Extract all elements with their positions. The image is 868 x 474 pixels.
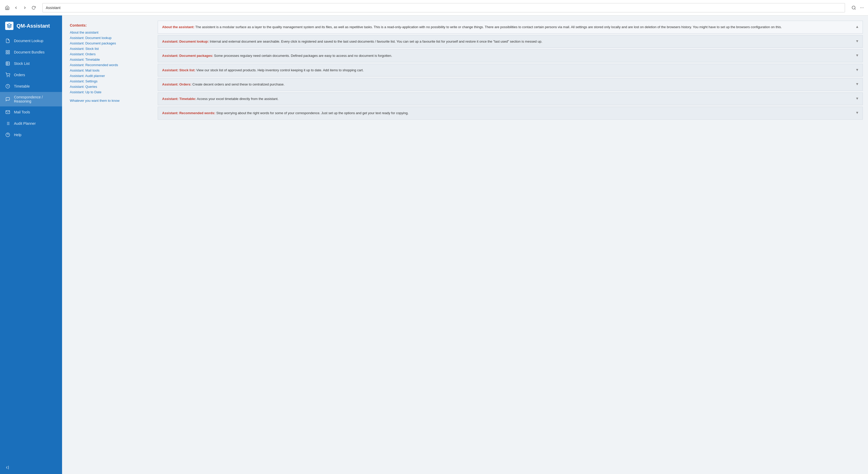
refresh-icon[interactable] [31, 5, 37, 11]
accordion-text-doc-packages: Some processes regulary need certain doc… [213, 54, 392, 58]
toc-link-timetable[interactable]: Assistant: Timetable [70, 58, 147, 62]
sidebar-item-label: Document Lookup [14, 39, 43, 43]
accordion-header-timetable[interactable]: Assistant: Timetable: Access your excel … [158, 93, 863, 105]
accordion-chevron-orders: ▼ [855, 82, 859, 86]
accordion-text-stock-list: View our stock list of approved products… [195, 68, 364, 72]
cart-icon [5, 72, 10, 77]
accordion-chevron-rec-words: ▼ [855, 110, 859, 115]
toc-link-doc-packages[interactable]: Assistant: Document packages [70, 41, 147, 45]
sidebar-item-correspondence[interactable]: Correspondence / Reasoning [0, 92, 62, 106]
sidebar-item-audit-planner[interactable]: Audit Planner [0, 118, 62, 129]
accordion-about: About the assistant: The assistent is a … [158, 21, 863, 34]
chat-icon [5, 97, 10, 102]
accordion-text-rec-words: Stop worrying about the right words for … [215, 111, 408, 115]
accordion-header-about[interactable]: About the assistant: The assistent is a … [158, 21, 863, 33]
sidebar-collapse-button[interactable] [0, 461, 62, 474]
accordion-label-orders: Assistant: Orders: [162, 82, 191, 86]
accordion-body-stock-list: Assistant: Stock list: View our stock li… [162, 68, 859, 73]
accordion-text-orders: Create decent orders and send these to c… [191, 82, 284, 86]
svg-point-0 [852, 6, 855, 9]
svg-rect-7 [6, 62, 9, 65]
main-layout: QM-Assistant Document Lookup Document Bu… [0, 15, 868, 474]
svg-point-11 [7, 76, 7, 77]
toc-link-mail-tools[interactable]: Assistant: Mail tools [70, 68, 147, 72]
accordion-chevron-stock-list: ▼ [855, 68, 859, 72]
toc-link-rec-words[interactable]: Assistant: Recommended words [70, 63, 147, 67]
toc-link-orders[interactable]: Assistant: Orders [70, 52, 147, 56]
more-options-icon[interactable]: ··· [860, 5, 864, 10]
home-icon[interactable] [4, 5, 10, 11]
accordion-orders: Assistant: Orders: Create decent orders … [158, 78, 863, 91]
nav-icons [4, 5, 37, 11]
list-icon [5, 121, 10, 126]
accordion-rec-words: Assistant: Recommended words: Stop worry… [158, 107, 863, 120]
accordion-header-doc-packages[interactable]: Assistant: Document packages: Some proce… [158, 49, 863, 62]
sidebar-item-label: Audit Planner [14, 122, 36, 126]
toc-link-audit-planner[interactable]: Assistant: Audit planner [70, 74, 147, 78]
app-logo [5, 22, 13, 30]
sidebar-item-label: Help [14, 133, 22, 137]
accordion-label-about: About the assistant: [162, 25, 194, 29]
title-bar: Assistant ··· [0, 0, 868, 15]
accordion-body-orders: Assistant: Orders: Create decent orders … [162, 82, 859, 87]
accordion-text-doc-lookup: Internal and external document are searc… [209, 39, 542, 43]
accordion-label-stock-list: Assistant: Stock list: [162, 68, 195, 72]
toc-link-queries[interactable]: Assistant: Queries [70, 85, 147, 89]
sidebar-item-document-lookup[interactable]: Document Lookup [0, 35, 62, 46]
back-icon[interactable] [13, 5, 19, 11]
accordion-stock-list: Assistant: Stock list: View our stock li… [158, 64, 863, 77]
accordion-doc-packages: Assistant: Document packages: Some proce… [158, 49, 863, 62]
app-title: QM-Assistant [17, 23, 50, 29]
accordion-label-rec-words: Assistant: Recommended words: [162, 111, 215, 115]
toc-link-doc-lookup[interactable]: Assistant: Document lookup [70, 36, 147, 40]
accordion-body-rec-words: Assistant: Recommended words: Stop worry… [162, 110, 859, 116]
svg-rect-5 [6, 53, 7, 54]
accordion-text-timetable: Access your excel timetable directly fro… [196, 97, 278, 101]
accordion-body-doc-packages: Assistant: Document packages: Some proce… [162, 53, 859, 58]
toc-link-up-to-date[interactable]: Assistant: Up to Date [70, 90, 147, 94]
clock-icon [5, 84, 10, 89]
sidebar-item-label: Document Bundles [14, 50, 44, 54]
svg-line-1 [855, 8, 855, 9]
search-icon[interactable] [851, 5, 857, 11]
accordion-chevron-timetable: ▼ [855, 96, 859, 100]
document-icon [5, 38, 10, 43]
forward-icon[interactable] [22, 5, 28, 11]
accordion-chevron-doc-lookup: ▼ [855, 39, 859, 43]
toc-section-label[interactable]: Whatever you want them to know [70, 99, 147, 103]
svg-point-20 [6, 133, 10, 137]
address-text: Assistant [46, 6, 61, 10]
svg-point-12 [9, 76, 9, 77]
accordion-chevron-doc-packages: ▼ [855, 53, 859, 57]
address-bar[interactable]: Assistant [42, 3, 845, 12]
accordion-timetable: Assistant: Timetable: Access your excel … [158, 93, 863, 105]
sidebar-item-label: Stock List [14, 62, 30, 66]
accordion-body-timetable: Assistant: Timetable: Access your excel … [162, 96, 859, 102]
toc-panel: Contents: About the assistant Assistant:… [62, 15, 155, 474]
accordion-header-doc-lookup[interactable]: Assistant: Document lookup: Internal and… [158, 35, 863, 48]
bundle-icon [5, 49, 10, 55]
toc-link-stock-list[interactable]: Assistant: Stock list [70, 47, 147, 50]
sidebar: QM-Assistant Document Lookup Document Bu… [0, 15, 62, 474]
sidebar-item-stock-list[interactable]: Stock List [0, 58, 62, 69]
svg-rect-4 [8, 50, 9, 52]
accordion-label-doc-lookup: Assistant: Document lookup: [162, 39, 209, 43]
sidebar-item-help[interactable]: Help [0, 129, 62, 140]
accordion-text-about: The assistent is a modular surface as a … [194, 25, 782, 29]
toc-link-about[interactable]: About the assistant [70, 31, 147, 34]
svg-rect-3 [6, 50, 7, 52]
sidebar-item-label: Correspondence / Reasoning [14, 95, 57, 103]
accordion-body-about: About the assistant: The assistent is a … [162, 25, 859, 30]
accordion-header-stock-list[interactable]: Assistant: Stock list: View our stock li… [158, 64, 863, 76]
accordion-chevron-about: ▲ [855, 25, 859, 29]
accordion-header-orders[interactable]: Assistant: Orders: Create decent orders … [158, 78, 863, 91]
svg-rect-6 [8, 53, 9, 54]
toc-link-settings[interactable]: Assistant: Settings [70, 79, 147, 83]
sidebar-header: QM-Assistant [0, 15, 62, 35]
sidebar-item-orders[interactable]: Orders [0, 69, 62, 80]
help-icon [5, 132, 10, 137]
sidebar-item-document-bundles[interactable]: Document Bundles [0, 46, 62, 58]
sidebar-item-timetable[interactable]: Timetable [0, 80, 62, 92]
accordion-header-rec-words[interactable]: Assistant: Recommended words: Stop worry… [158, 107, 863, 119]
sidebar-item-mail-tools[interactable]: Mail Tools [0, 106, 62, 118]
